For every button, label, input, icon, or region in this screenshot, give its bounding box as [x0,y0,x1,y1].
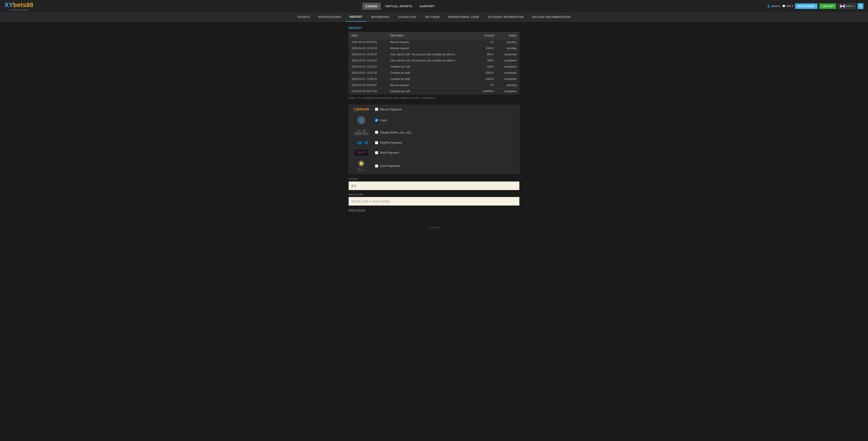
table-row: 2020-03-07 11:58:22 Credited by staff 20… [349,76,520,82]
skrill-logo: Skrill [352,150,370,156]
cell-description: Credited by staff [387,64,475,70]
cash-checkbox[interactable] [375,118,378,122]
logout-button[interactable]: LOG OUT [819,3,836,9]
cell-description: Credited by staff [387,76,475,82]
col-status: Status [497,32,520,39]
balance-display: 💬 684 € [782,5,793,8]
cell-description: Credited by staff [387,88,475,95]
username: admin1 [771,5,780,8]
tab-account-information[interactable]: ACCOUNT INFORMATION [484,13,528,22]
cell-amount: 100 € [475,64,496,70]
payment-row-paypal: PayPal PayPal Payment [349,138,519,147]
tab-settings[interactable]: SETTINGS [421,13,444,22]
payment-row-dargah: درگاه بانکیDargah Bank Dargah Bank درگاه… [349,127,519,138]
cell-description: Credited by staff [387,70,475,76]
cell-status: completed [497,88,520,95]
cell-status: completed [497,58,520,64]
nav-virtual-sports[interactable]: VIRTUAL SPORTS [381,3,415,10]
cash-label: Cash [380,118,387,122]
cell-status: completed [497,70,520,76]
skrill-label: Skrill Payment [380,151,399,155]
my-account-button[interactable]: MY ACCOUNT [795,3,817,9]
table-row: 2020-03-07 12:02:22 Credited by staff 10… [349,64,520,70]
payment-row-bitcoin: ◯ bitcoin Bitcoin Payment [349,105,519,114]
table-row: 2020-03-07 12:02:40 User admin1 (ID: 44)… [349,58,520,64]
sub-navigation: TICKETS NOTIFICATIONS DEPOSIT WITHDRAWS … [0,12,868,22]
paypal-logo: PayPal [352,140,370,145]
cell-description: Manual request [387,45,475,52]
cell-amount: 199999 € [475,88,496,95]
tab-casino-log[interactable]: CASINO LOG [394,13,421,22]
logo-bets: bets [13,1,26,8]
cell-amount: 0 € [475,39,496,45]
site-footer: Contact [0,221,868,234]
main-content: DEPOSIT Date Description Amount Status 2… [345,26,523,212]
payment-row-coinpayments: 🪙 CoinPayments Coin Payments [349,158,519,174]
bonus-group: Bonus code [348,193,520,206]
cell-amount: 1000 € [475,45,496,52]
cell-status: pending [497,45,520,52]
deposit-section-title: DEPOSIT [348,26,520,30]
table-row: 2021-06-15 20:04:26 Manual request 0 € p… [349,39,520,45]
logo-88: 88 [26,1,33,8]
dargah-logo: درگاه بانکیDargah Bank [352,129,370,135]
table-row: 2018-09-19 18:17:39 Credited by staff 19… [349,88,520,95]
paypal-label: PayPal Payment [380,141,402,144]
header-right: 👤 admin1 💬 684 € MY ACCOUNT LOG OUT ENG … [767,3,863,9]
cell-status: completed [497,52,520,58]
deposit-form: Amount Bonus code Make Deposit [348,177,520,212]
cell-description: User admin1 (ID: 44) account was credite… [387,58,475,64]
coinpayments-icon: 🪙 [358,160,365,167]
cell-date: 2020-03-07 12:02:22 [349,64,388,70]
payment-row-skrill: Skrill Skrill Payment [349,147,519,158]
amount-group: Amount [348,177,520,190]
settings-button[interactable]: ⚙ [858,3,863,9]
table-row: 2020-03-07 12:01:55 Credited by staff 10… [349,70,520,76]
amount-label: Amount [348,177,520,180]
uk-flag-icon [840,5,845,8]
balance-value: 684 € [786,5,793,8]
paypal-checkbox[interactable] [375,141,378,144]
cell-date: 2020-03-07 12:03:07 [349,52,388,58]
cell-amount: 2000 € [475,76,496,82]
skrill-checkbox[interactable] [375,151,378,155]
bonus-label: Bonus code [348,193,520,196]
cell-status: completed [497,64,520,70]
cell-status: pending [497,82,520,88]
coinpayments-checkbox[interactable] [375,164,378,168]
cash-avatar-icon: 👤 [357,116,365,124]
main-nav: CASINO VIRTUAL SPORTS SUPPORT [362,3,438,10]
cell-amount: 1000 € [475,70,496,76]
logo-xy: XY [5,1,13,8]
cell-description: Manual request [387,82,475,88]
tab-tickets[interactable]: TICKETS [293,13,314,22]
tab-promotional-code[interactable]: PROMOTIONAL CODE [444,13,484,22]
bonus-input[interactable] [348,197,520,206]
user-icon: 👤 [767,5,770,8]
cell-status: pending [497,39,520,45]
table-row: 2020-03-07 12:03:07 User admin1 (ID: 44)… [349,52,520,58]
tab-upload-documentation[interactable]: UPLOAD DOCUMENTATION [528,13,575,22]
cell-amount: 0 € [475,82,496,88]
dargah-checkbox[interactable] [375,131,378,134]
cell-date: 2020-03-07 12:01:55 [349,70,388,76]
cash-logo: 👤 [352,116,370,124]
bitcoin-logo: ◯ bitcoin [352,107,370,111]
nav-support[interactable]: SUPPORT [416,3,438,10]
make-deposit-button[interactable]: Make Deposit [348,208,365,212]
bitcoin-checkbox[interactable] [375,108,378,111]
cell-description: Manual request [387,39,475,45]
amount-input[interactable] [348,181,520,190]
chevron-down-icon: ▾ [852,5,854,8]
dargah-logo-text: درگاه بانکیDargah Bank [353,129,369,135]
language-selector[interactable]: ENG ▾ [838,3,856,9]
cell-amount: 800 € [475,52,496,58]
coinpayments-label: Coin Payments [380,164,400,168]
cell-date: 2019-03-28 04:58:57 [349,82,388,88]
nav-casino[interactable]: CASINO [362,3,381,10]
tab-deposit[interactable]: DEPOSIT [346,12,367,22]
tab-withdraws[interactable]: WITHDRAWS [367,13,394,22]
transactions-table: Date Description Amount Status 2021-06-1… [348,32,520,95]
tab-notifications[interactable]: NOTIFICATIONS [314,13,345,22]
payment-methods-section: ◯ bitcoin Bitcoin Payment 👤 Cash درگاه ب… [348,105,520,174]
